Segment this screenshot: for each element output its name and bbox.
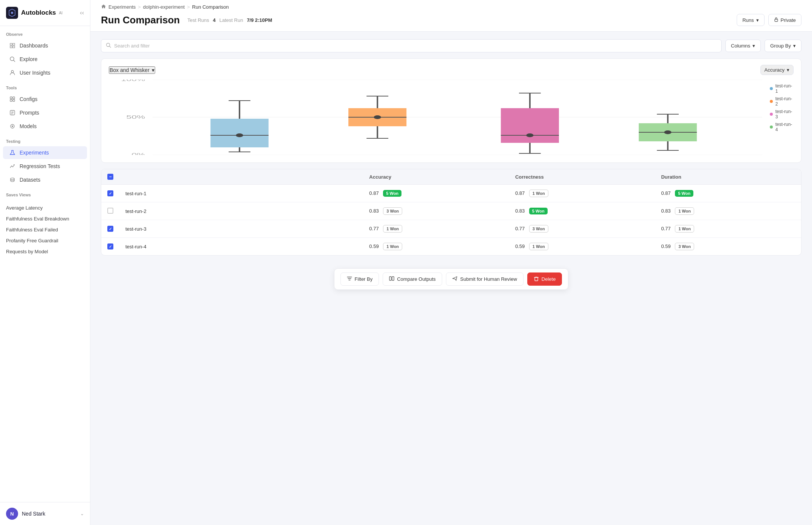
runs-table: − Accuracy Correctness Duration (101, 169, 801, 255)
col-correctness: Correctness (509, 169, 655, 185)
user-profile[interactable]: N Ned Stark ⌄ (0, 502, 90, 525)
breadcrumb-experiments[interactable]: Experiments (108, 4, 136, 10)
breadcrumb-dolphin[interactable]: dolphin-experiment (143, 4, 185, 10)
columns-btn-label: Columns (731, 43, 750, 49)
legend-item-3: test-run-3 (770, 109, 794, 119)
saved-view-faithfulness-breakdown[interactable]: Faithfulness Eval Breakdown (0, 213, 90, 224)
row2-accuracy-badge: 3 Won (383, 207, 402, 215)
sidebar-collapse-btn[interactable]: ‹‹ (80, 9, 84, 16)
page-title: Run Comparison (101, 14, 180, 26)
sidebar-item-explore[interactable]: Explore (3, 53, 87, 66)
table-row: test-run-2 0.83 3 Won 0.83 5 Won 0.83 1 … (101, 202, 801, 220)
comparison-table: − Accuracy Correctness Duration (101, 169, 801, 256)
row2-checkbox[interactable] (107, 208, 113, 214)
row3-accuracy: 0.77 1 Won (363, 220, 509, 238)
row4-accuracy: 0.59 1 Won (363, 238, 509, 256)
sidebar-item-datasets[interactable]: Datasets (3, 173, 87, 186)
submit-review-label: Submit for Human Review (460, 276, 517, 282)
sidebar-item-prompts[interactable]: Prompts (3, 106, 87, 119)
row2-accuracy-value: 0.83 (369, 208, 379, 214)
svg-point-51 (664, 130, 671, 134)
row2-name: test-run-2 (119, 202, 363, 220)
svg-rect-56 (535, 277, 538, 281)
logo-icon (6, 7, 18, 19)
search-icon (106, 43, 111, 49)
regression-tests-icon (9, 163, 16, 170)
sidebar-item-experiments[interactable]: Experiments (3, 146, 87, 159)
svg-rect-28 (211, 119, 269, 147)
explore-label: Explore (20, 56, 37, 62)
saved-view-profanity[interactable]: Profanity Free Guardrail (0, 235, 90, 246)
columns-button[interactable]: Columns ▾ (725, 40, 761, 52)
configs-label: Configs (20, 96, 37, 102)
svg-point-16 (11, 178, 14, 179)
dashboards-label: Dashboards (20, 43, 48, 49)
row3-duration-badge: 1 Won (675, 225, 694, 233)
checkmark-icon: ✓ (109, 191, 112, 196)
svg-rect-42 (501, 108, 559, 143)
filter-by-label: Filter By (355, 276, 373, 282)
saved-view-faithfulness-failed[interactable]: Faithfulness Eval Failed (0, 224, 90, 235)
saved-views-section-label: Saves Views (0, 187, 90, 199)
submit-icon (452, 276, 458, 282)
checkmark-icon: ✓ (109, 245, 112, 249)
row1-checkbox[interactable]: ✓ (107, 190, 113, 196)
legend-dot-2 (770, 100, 773, 103)
search-box[interactable]: Search and filter (101, 39, 722, 52)
regression-tests-label: Regression Tests (20, 163, 60, 169)
compare-outputs-button[interactable]: Compare Outputs (383, 272, 442, 286)
sidebar-item-user-insights[interactable]: User Insights (3, 66, 87, 79)
group-by-chevron-icon: ▾ (793, 43, 796, 49)
chart-legend: test-run-1 test-run-2 test-run-3 test-ru… (770, 80, 794, 155)
sidebar-item-regression-tests[interactable]: Regression Tests (3, 160, 87, 173)
col-checkbox: − (101, 169, 119, 185)
legend-item-4: test-run-4 (770, 122, 794, 132)
svg-line-19 (110, 46, 111, 48)
user-menu-chevron: ⌄ (80, 511, 84, 516)
svg-rect-7 (10, 99, 12, 101)
filter-by-button[interactable]: Filter By (340, 272, 379, 286)
compare-outputs-label: Compare Outputs (397, 276, 436, 282)
models-label: Models (20, 123, 37, 129)
sidebar-item-models[interactable]: Models (3, 120, 87, 133)
row3-correctness-value: 0.77 (515, 226, 525, 231)
svg-line-3 (14, 60, 15, 62)
row1-name: test-run-1 (119, 185, 363, 202)
lock-icon (774, 17, 778, 23)
saved-view-average-latency[interactable]: Average Latency (0, 202, 90, 213)
legend-label-4: test-run-4 (775, 122, 794, 132)
delete-button[interactable]: Delete (527, 272, 562, 286)
header-checkbox[interactable]: − (107, 174, 113, 180)
checkmark-icon: ✓ (109, 227, 112, 231)
group-by-button[interactable]: Group By ▾ (765, 40, 801, 52)
sidebar: AutoblocksAI ‹‹ Observe Dashboards Explo… (0, 0, 90, 525)
latest-run-value: 7/9 2:10PM (247, 17, 272, 23)
legend-dot-1 (770, 87, 773, 90)
row4-checkbox-cell: ✓ (101, 238, 119, 256)
saved-view-requests-by-model[interactable]: Requests by Model (0, 246, 90, 257)
private-button[interactable]: Private (768, 14, 801, 26)
row1-duration-value: 0.87 (661, 190, 670, 196)
legend-label-1: test-run-1 (775, 83, 794, 94)
row3-checkbox[interactable]: ✓ (107, 226, 113, 232)
chart-type-button[interactable]: Box and Whisker ▾ (109, 66, 155, 74)
row4-correctness: 0.59 1 Won (509, 238, 655, 256)
sidebar-item-configs[interactable]: Configs (3, 93, 87, 106)
submit-review-button[interactable]: Submit for Human Review (446, 272, 524, 286)
header-actions: Runs ▾ Private (737, 14, 801, 26)
sidebar-item-dashboards[interactable]: Dashboards (3, 39, 87, 52)
row1-checkbox-cell: ✓ (101, 185, 119, 202)
chart-metric-chevron: ▾ (787, 67, 789, 73)
runs-button[interactable]: Runs ▾ (737, 14, 764, 26)
row4-checkbox[interactable]: ✓ (107, 243, 113, 249)
legend-dot-4 (770, 126, 773, 129)
svg-point-44 (526, 133, 533, 137)
svg-point-2 (10, 57, 14, 61)
user-insights-label: User Insights (20, 70, 50, 76)
breadcrumb-sep-2: > (187, 4, 190, 10)
row4-duration-value: 0.59 (661, 243, 670, 249)
delete-icon (534, 276, 539, 282)
breadcrumb-icon (101, 4, 106, 10)
row1-correctness: 0.87 1 Won (509, 185, 655, 202)
chart-metric-button[interactable]: Accuracy ▾ (760, 65, 794, 75)
